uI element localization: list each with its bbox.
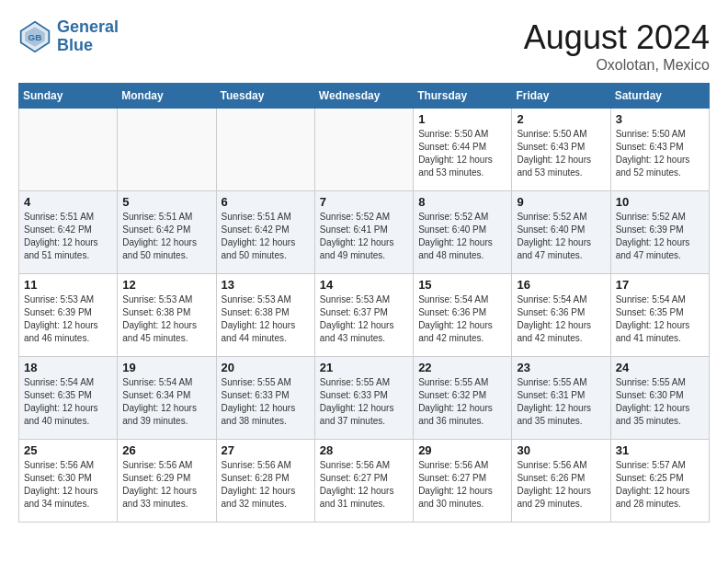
weekday-header-thursday: Thursday (414, 84, 512, 109)
logo-text: General Blue (57, 18, 119, 55)
calendar-cell: 26Sunrise: 5:56 AM Sunset: 6:29 PM Dayli… (118, 440, 216, 523)
location: Oxolotan, Mexico (524, 57, 710, 74)
calendar-cell: 17Sunrise: 5:54 AM Sunset: 6:35 PM Dayli… (610, 274, 709, 357)
day-number: 23 (517, 361, 605, 374)
day-info: Sunrise: 5:55 AM Sunset: 6:32 PM Dayligh… (418, 376, 506, 428)
day-info: Sunrise: 5:51 AM Sunset: 6:42 PM Dayligh… (222, 211, 310, 262)
day-info: Sunrise: 5:50 AM Sunset: 6:43 PM Dayligh… (616, 128, 704, 179)
day-info: Sunrise: 5:56 AM Sunset: 6:26 PM Dayligh… (517, 459, 605, 511)
title-block: August 2024 Oxolotan, Mexico (524, 18, 710, 74)
calendar-cell: 25Sunrise: 5:56 AM Sunset: 6:30 PM Dayli… (19, 440, 118, 523)
day-number: 3 (616, 112, 704, 126)
calendar-cell: 27Sunrise: 5:56 AM Sunset: 6:28 PM Dayli… (216, 440, 314, 523)
day-info: Sunrise: 5:56 AM Sunset: 6:30 PM Dayligh… (24, 459, 112, 511)
day-number: 30 (517, 443, 605, 457)
day-info: Sunrise: 5:56 AM Sunset: 6:29 PM Dayligh… (122, 459, 210, 511)
day-number: 16 (517, 278, 605, 292)
calendar-cell: 11Sunrise: 5:53 AM Sunset: 6:39 PM Dayli… (19, 274, 118, 357)
day-info: Sunrise: 5:50 AM Sunset: 6:44 PM Dayligh… (418, 128, 506, 179)
calendar-cell: 5Sunrise: 5:51 AM Sunset: 6:42 PM Daylig… (118, 191, 216, 274)
day-info: Sunrise: 5:57 AM Sunset: 6:25 PM Dayligh… (616, 459, 704, 511)
day-number: 28 (320, 443, 408, 457)
day-info: Sunrise: 5:55 AM Sunset: 6:33 PM Dayligh… (222, 376, 310, 428)
calendar-week-row: 25Sunrise: 5:56 AM Sunset: 6:30 PM Dayli… (19, 440, 710, 523)
calendar-cell: 23Sunrise: 5:55 AM Sunset: 6:31 PM Dayli… (512, 357, 610, 440)
calendar-cell: 19Sunrise: 5:54 AM Sunset: 6:34 PM Dayli… (118, 357, 216, 440)
calendar-week-row: 4Sunrise: 5:51 AM Sunset: 6:42 PM Daylig… (19, 191, 710, 274)
day-number: 21 (320, 361, 408, 374)
weekday-header-saturday: Saturday (610, 84, 709, 109)
day-info: Sunrise: 5:56 AM Sunset: 6:27 PM Dayligh… (320, 459, 408, 511)
calendar-cell: 7Sunrise: 5:52 AM Sunset: 6:41 PM Daylig… (314, 191, 413, 274)
calendar-cell: 13Sunrise: 5:53 AM Sunset: 6:38 PM Dayli… (216, 274, 314, 357)
calendar-cell: 31Sunrise: 5:57 AM Sunset: 6:25 PM Dayli… (610, 440, 709, 523)
day-number: 18 (24, 361, 112, 374)
day-number: 20 (222, 361, 310, 374)
calendar-week-row: 18Sunrise: 5:54 AM Sunset: 6:35 PM Dayli… (19, 357, 710, 440)
logo-icon: GB (18, 20, 51, 53)
calendar-cell: 4Sunrise: 5:51 AM Sunset: 6:42 PM Daylig… (19, 191, 118, 274)
calendar-cell: 22Sunrise: 5:55 AM Sunset: 6:32 PM Dayli… (414, 357, 512, 440)
day-number: 26 (122, 443, 210, 457)
logo: GB General Blue (18, 18, 119, 55)
calendar-cell: 6Sunrise: 5:51 AM Sunset: 6:42 PM Daylig… (216, 191, 314, 274)
day-number: 1 (418, 112, 506, 126)
day-info: Sunrise: 5:50 AM Sunset: 6:43 PM Dayligh… (517, 128, 605, 179)
weekday-header-tuesday: Tuesday (216, 84, 314, 109)
day-number: 27 (222, 443, 310, 457)
calendar-cell: 15Sunrise: 5:54 AM Sunset: 6:36 PM Dayli… (414, 274, 512, 357)
calendar-cell: 24Sunrise: 5:55 AM Sunset: 6:30 PM Dayli… (610, 357, 709, 440)
day-info: Sunrise: 5:51 AM Sunset: 6:42 PM Dayligh… (122, 211, 210, 262)
day-info: Sunrise: 5:54 AM Sunset: 6:36 PM Dayligh… (517, 293, 605, 345)
day-info: Sunrise: 5:56 AM Sunset: 6:28 PM Dayligh… (222, 459, 310, 511)
calendar-cell: 1Sunrise: 5:50 AM Sunset: 6:44 PM Daylig… (414, 109, 512, 191)
day-number: 7 (320, 195, 408, 209)
day-number: 25 (24, 443, 112, 457)
day-info: Sunrise: 5:55 AM Sunset: 6:31 PM Dayligh… (517, 376, 605, 428)
page-header: GB General Blue August 2024 Oxolotan, Me… (18, 18, 710, 74)
calendar-cell: 20Sunrise: 5:55 AM Sunset: 6:33 PM Dayli… (216, 357, 314, 440)
calendar-week-row: 11Sunrise: 5:53 AM Sunset: 6:39 PM Dayli… (19, 274, 710, 357)
day-number: 5 (122, 195, 210, 209)
day-number: 15 (418, 278, 506, 292)
weekday-header-monday: Monday (118, 84, 216, 109)
calendar-cell: 8Sunrise: 5:52 AM Sunset: 6:40 PM Daylig… (414, 191, 512, 274)
day-number: 8 (418, 195, 506, 209)
day-number: 12 (122, 278, 210, 292)
calendar-cell: 9Sunrise: 5:52 AM Sunset: 6:40 PM Daylig… (512, 191, 610, 274)
calendar-week-row: 1Sunrise: 5:50 AM Sunset: 6:44 PM Daylig… (19, 109, 710, 191)
day-number: 13 (222, 278, 310, 292)
day-info: Sunrise: 5:54 AM Sunset: 6:35 PM Dayligh… (24, 376, 112, 428)
day-number: 10 (616, 195, 704, 209)
day-info: Sunrise: 5:52 AM Sunset: 6:41 PM Dayligh… (320, 211, 408, 262)
calendar-cell: 3Sunrise: 5:50 AM Sunset: 6:43 PM Daylig… (610, 109, 709, 191)
day-info: Sunrise: 5:54 AM Sunset: 6:35 PM Dayligh… (616, 293, 704, 345)
day-info: Sunrise: 5:53 AM Sunset: 6:38 PM Dayligh… (222, 293, 310, 345)
calendar-cell: 2Sunrise: 5:50 AM Sunset: 6:43 PM Daylig… (512, 109, 610, 191)
calendar-cell (314, 109, 413, 191)
day-number: 22 (418, 361, 506, 374)
calendar-cell: 16Sunrise: 5:54 AM Sunset: 6:36 PM Dayli… (512, 274, 610, 357)
calendar-cell: 14Sunrise: 5:53 AM Sunset: 6:37 PM Dayli… (314, 274, 413, 357)
day-number: 2 (517, 112, 605, 126)
weekday-header-row: SundayMondayTuesdayWednesdayThursdayFrid… (19, 84, 710, 109)
calendar-cell: 29Sunrise: 5:56 AM Sunset: 6:27 PM Dayli… (414, 440, 512, 523)
calendar-cell: 21Sunrise: 5:55 AM Sunset: 6:33 PM Dayli… (314, 357, 413, 440)
calendar-cell: 28Sunrise: 5:56 AM Sunset: 6:27 PM Dayli… (314, 440, 413, 523)
svg-text:GB: GB (28, 31, 42, 41)
day-info: Sunrise: 5:53 AM Sunset: 6:39 PM Dayligh… (24, 293, 112, 345)
day-number: 31 (616, 443, 704, 457)
day-info: Sunrise: 5:55 AM Sunset: 6:30 PM Dayligh… (616, 376, 704, 428)
day-info: Sunrise: 5:56 AM Sunset: 6:27 PM Dayligh… (418, 459, 506, 511)
day-info: Sunrise: 5:54 AM Sunset: 6:36 PM Dayligh… (418, 293, 506, 345)
day-info: Sunrise: 5:52 AM Sunset: 6:39 PM Dayligh… (616, 211, 704, 262)
calendar-cell: 30Sunrise: 5:56 AM Sunset: 6:26 PM Dayli… (512, 440, 610, 523)
day-number: 4 (24, 195, 112, 209)
calendar-cell: 12Sunrise: 5:53 AM Sunset: 6:38 PM Dayli… (118, 274, 216, 357)
day-info: Sunrise: 5:53 AM Sunset: 6:37 PM Dayligh… (320, 293, 408, 345)
calendar-cell (118, 109, 216, 191)
day-number: 9 (517, 195, 605, 209)
calendar-cell: 10Sunrise: 5:52 AM Sunset: 6:39 PM Dayli… (610, 191, 709, 274)
weekday-header-wednesday: Wednesday (314, 84, 413, 109)
day-info: Sunrise: 5:54 AM Sunset: 6:34 PM Dayligh… (122, 376, 210, 428)
